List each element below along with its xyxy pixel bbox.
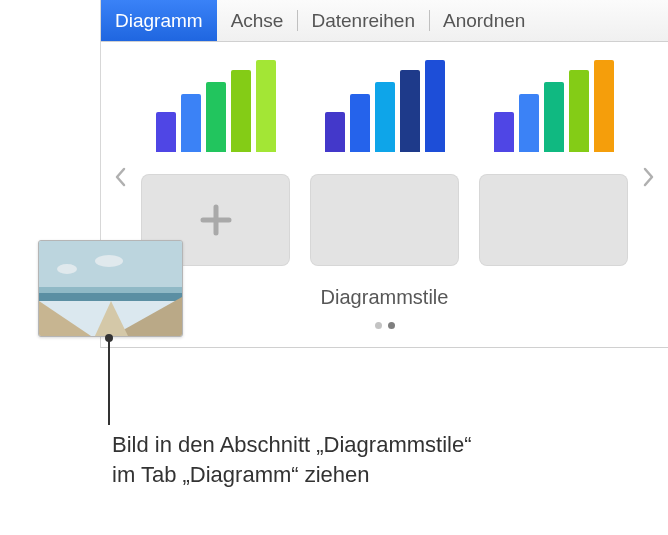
chart-style-preset-2[interactable] bbox=[310, 60, 459, 152]
beach-photo-icon bbox=[39, 241, 183, 337]
callout-line2: im Tab „Diagramm“ ziehen bbox=[112, 460, 471, 490]
chevron-left-icon bbox=[114, 167, 126, 187]
svg-rect-2 bbox=[39, 293, 183, 301]
callout-text: Bild in den Abschnitt „Diagrammstile“ im… bbox=[112, 430, 471, 489]
tab-chart[interactable]: Diagramm bbox=[101, 0, 217, 41]
tab-arrange[interactable]: Anordnen bbox=[429, 0, 539, 41]
inspector-tabs: Diagramm Achse Datenreihen Anordnen bbox=[101, 0, 668, 42]
page-dot[interactable] bbox=[388, 322, 395, 329]
svg-point-3 bbox=[57, 264, 77, 274]
callout-line1: Bild in den Abschnitt „Diagrammstile“ bbox=[112, 430, 471, 460]
chart-styles-caption: Diagrammstile bbox=[141, 286, 628, 309]
empty-style-slot[interactable] bbox=[479, 174, 628, 266]
chart-style-preset-3[interactable] bbox=[479, 60, 628, 152]
chart-styles-panel: Diagrammstile bbox=[101, 42, 668, 348]
tab-axis[interactable]: Achse bbox=[217, 0, 298, 41]
plus-icon bbox=[195, 199, 237, 241]
svg-point-4 bbox=[95, 255, 123, 267]
dragged-image-thumbnail[interactable] bbox=[38, 240, 183, 337]
styles-page-dots bbox=[141, 315, 628, 331]
chevron-right-icon bbox=[643, 167, 655, 187]
chart-style-preset-1[interactable] bbox=[141, 60, 290, 152]
styles-prev-button[interactable] bbox=[107, 152, 133, 202]
tab-series[interactable]: Datenreihen bbox=[297, 0, 429, 41]
styles-next-button[interactable] bbox=[636, 152, 662, 202]
svg-rect-1 bbox=[39, 287, 183, 293]
empty-style-slot[interactable] bbox=[310, 174, 459, 266]
callout-leader-line bbox=[108, 337, 110, 425]
page-dot[interactable] bbox=[375, 322, 382, 329]
